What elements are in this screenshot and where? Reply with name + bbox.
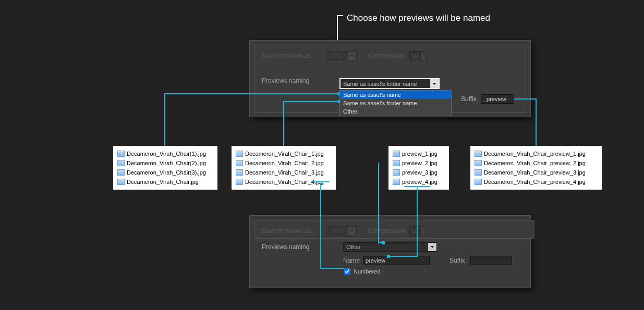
list-item[interactable]: Decameron_Virah_Chair(3).jpg [117, 168, 212, 177]
image-file-icon [393, 160, 400, 166]
naming-dropdown-bottom[interactable]: Other [343, 242, 437, 252]
compression-label: Compression [357, 52, 405, 59]
naming-dropdown-value: Same as asset's folder name [343, 81, 417, 87]
file-list-other-naming: preview_1.jpg preview_2.jpg preview_3.jp… [388, 146, 449, 190]
compression-value: 10 [412, 228, 418, 234]
image-file-icon [236, 169, 243, 176]
format-value: JPG [331, 53, 342, 59]
list-item[interactable]: preview_1.jpg [393, 149, 444, 158]
chevron-down-icon [428, 243, 436, 251]
file-name: preview_1.jpg [402, 151, 438, 157]
file-name: Decameron_Virah_Chair_preview_1.jpg [484, 151, 586, 157]
naming-option[interactable]: Same as asset's folder name [340, 99, 451, 107]
file-name: Decameron_Virah_Chair_2.jpg [245, 160, 324, 166]
file-list-asset-naming: Decameron_Virah_Chair_1.jpg Decameron_Vi… [232, 146, 336, 190]
numbered-checkbox-row: Numbered [344, 268, 380, 275]
image-file-icon [475, 151, 482, 157]
list-item[interactable]: Decameron_Virah_Chair_preview_4.jpg [475, 177, 597, 187]
suffix-value: _preview [483, 96, 506, 102]
list-item[interactable]: preview_2.jpg [393, 158, 444, 168]
name-value: preview [366, 257, 385, 264]
stepper-spin-icon [420, 227, 427, 235]
save-previews-label: Save previews as [254, 52, 327, 59]
naming-dropdown-value: Other [346, 244, 361, 250]
image-file-icon [393, 179, 400, 185]
numbered-checkbox[interactable] [344, 268, 350, 275]
format-select[interactable]: JPG [327, 226, 357, 235]
name-label: Name [343, 257, 360, 264]
compression-label: Compression [357, 227, 405, 234]
image-file-icon [393, 151, 400, 157]
callout-horizontal-line [337, 15, 343, 16]
file-name: preview_4.jpg [402, 179, 438, 185]
list-item[interactable]: Decameron_Virah_Chair_preview_2.jpg [475, 158, 597, 168]
image-file-icon [393, 169, 400, 176]
list-item[interactable]: Decameron_Virah_Chair.jpg [117, 177, 212, 187]
image-file-icon [475, 169, 482, 176]
list-item[interactable]: Decameron_Virah_Chair_2.jpg [236, 158, 331, 168]
naming-dropdown-list: Same as asset's name Same as asset's fol… [339, 90, 452, 116]
file-name: Decameron_Virah_Chair(2).jpg [127, 160, 206, 166]
file-name: Decameron_Virah_Chair.jpg [127, 179, 199, 185]
suffix-label: Suffix [449, 257, 465, 264]
numbered-label: Numbered [354, 268, 380, 275]
image-file-icon [475, 160, 482, 166]
file-name: preview_3.jpg [402, 169, 438, 176]
file-name: Decameron_Virah_Chair(1).jpg [127, 151, 206, 157]
compression-stepper[interactable]: 10 [409, 51, 427, 60]
format-select[interactable]: JPG [327, 51, 357, 60]
file-list-suffix-naming: Decameron_Virah_Chair_preview_1.jpg Deca… [470, 146, 602, 190]
file-name: Decameron_Virah_Chair(3).jpg [127, 169, 206, 176]
callout-vertical-line [337, 15, 338, 40]
file-name: Decameron_Virah_Chair_preview_2.jpg [484, 160, 586, 166]
panel-previews-naming-bottom: Save previews as JPG Compression 10 Prev… [249, 215, 531, 288]
file-list-folder-naming: Decameron_Virah_Chair(1).jpg Decameron_V… [113, 146, 217, 190]
list-item[interactable]: preview_3.jpg [393, 168, 444, 177]
suffix-input[interactable]: _preview [481, 94, 514, 104]
panel-bottom-inner: Save previews as JPG Compression 10 Prev… [254, 220, 534, 239]
suffix-label: Suffix [461, 95, 477, 103]
suffix-input[interactable] [470, 256, 512, 265]
file-name: preview_2.jpg [402, 160, 438, 166]
naming-option[interactable]: Other [340, 107, 451, 116]
file-name: Decameron_Virah_Chair_preview_3.jpg [484, 169, 586, 176]
list-item[interactable]: Decameron_Virah_Chair_1.jpg [236, 149, 331, 158]
chevron-down-icon [348, 52, 356, 60]
name-input[interactable]: preview [363, 256, 430, 265]
list-item[interactable]: preview_4.jpg [393, 177, 444, 187]
save-previews-label: Save previews as [254, 227, 327, 234]
list-item[interactable]: Decameron_Virah_Chair_preview_1.jpg [475, 149, 597, 158]
chevron-down-icon [430, 79, 439, 88]
list-item[interactable]: Decameron_Virah_Chair_4.jpg [236, 177, 331, 187]
list-item[interactable]: Decameron_Virah_Chair_preview_3.jpg [475, 168, 597, 177]
stepper-spin-icon [420, 52, 427, 60]
image-file-icon [117, 179, 125, 185]
format-value: JPG [331, 228, 342, 234]
file-name: Decameron_Virah_Chair_3.jpg [245, 169, 324, 176]
file-name: Decameron_Virah_Chair_preview_4.jpg [484, 179, 586, 185]
image-file-icon [117, 160, 125, 166]
previews-naming-label: Previews naming [262, 243, 309, 251]
compression-value: 10 [412, 53, 418, 59]
list-item[interactable]: Decameron_Virah_Chair(2).jpg [117, 158, 212, 168]
compression-stepper[interactable]: 10 [409, 226, 427, 235]
naming-dropdown[interactable]: Same as asset's folder name [339, 78, 440, 89]
previews-naming-label: Previews naming [254, 77, 327, 84]
list-item[interactable]: Decameron_Virah_Chair(1).jpg [117, 149, 212, 158]
naming-option[interactable]: Same as asset's name [340, 91, 451, 99]
file-name: Decameron_Virah_Chair_1.jpg [245, 151, 324, 157]
image-file-icon [475, 179, 482, 185]
image-file-icon [236, 151, 243, 157]
file-name: Decameron_Virah_Chair_4.jpg [245, 179, 324, 185]
image-file-icon [236, 160, 243, 166]
image-file-icon [117, 169, 125, 176]
image-file-icon [117, 151, 125, 157]
list-item[interactable]: Decameron_Virah_Chair_3.jpg [236, 168, 331, 177]
image-file-icon [236, 179, 243, 185]
chevron-down-icon [348, 227, 356, 235]
callout-text: Choose how previews will be named [347, 13, 490, 23]
